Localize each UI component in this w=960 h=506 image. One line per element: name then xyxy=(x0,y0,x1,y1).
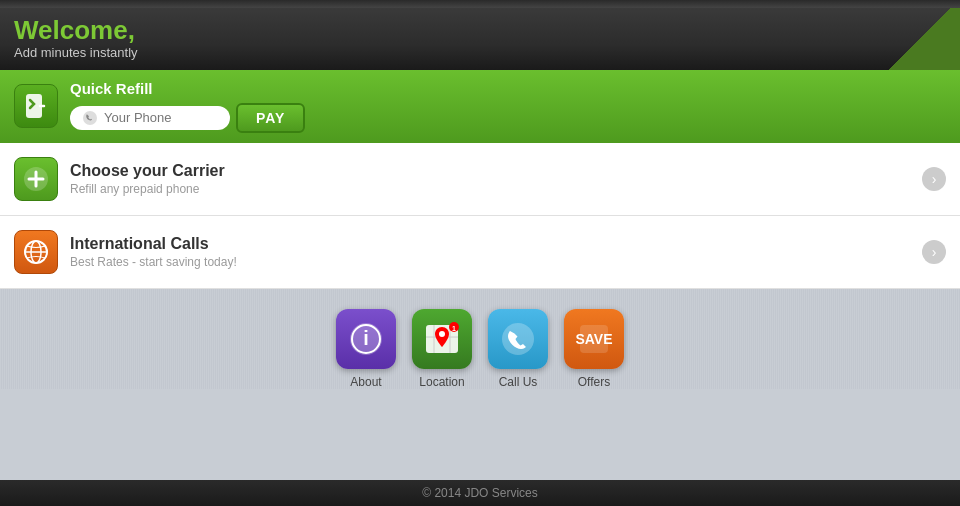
about-svg: i xyxy=(344,317,388,361)
offers-label: Offers xyxy=(578,375,610,389)
welcome-title: Welcome, xyxy=(14,16,946,45)
location-label: Location xyxy=(419,375,464,389)
footer-text: © 2014 JDO Services xyxy=(422,486,538,500)
svg-text:1: 1 xyxy=(452,324,456,331)
refill-label: Quick Refill xyxy=(70,80,305,97)
svg-text:i: i xyxy=(363,327,369,349)
svg-text:SAVE: SAVE xyxy=(575,331,612,347)
international-icon xyxy=(14,230,58,274)
svg-point-12 xyxy=(439,331,445,337)
refill-icon xyxy=(14,84,58,128)
gray-area: i About 1 xyxy=(0,289,960,389)
callus-icon xyxy=(488,309,548,369)
callus-label: Call Us xyxy=(499,375,538,389)
international-chevron: › xyxy=(922,240,946,264)
refill-input-row: PAY xyxy=(70,103,305,133)
icon-row: i About 1 xyxy=(336,309,624,389)
offers-svg: SAVE xyxy=(572,317,616,361)
location-svg: 1 xyxy=(420,317,464,361)
welcome-subtitle: Add minutes instantly xyxy=(14,45,946,60)
callus-svg xyxy=(496,317,540,361)
carrier-title: Choose your Carrier xyxy=(70,162,225,180)
carrier-menu-item[interactable]: Choose your Carrier Refill any prepaid p… xyxy=(0,143,960,216)
globe-icon xyxy=(21,237,51,267)
svg-point-15 xyxy=(502,323,534,355)
plus-icon xyxy=(21,164,51,194)
about-icon: i xyxy=(336,309,396,369)
location-icon-wrapper[interactable]: 1 Location xyxy=(412,309,472,389)
offers-icon: SAVE xyxy=(564,309,624,369)
content-area: Choose your Carrier Refill any prepaid p… xyxy=(0,143,960,289)
header-bar: Welcome, Add minutes instantly xyxy=(0,8,960,70)
international-title: International Calls xyxy=(70,235,237,253)
carrier-subtitle: Refill any prepaid phone xyxy=(70,182,225,196)
carrier-chevron: › xyxy=(922,167,946,191)
location-icon: 1 xyxy=(412,309,472,369)
offers-icon-wrapper[interactable]: SAVE Offers xyxy=(564,309,624,389)
footer: © 2014 JDO Services xyxy=(0,480,960,506)
pay-button[interactable]: PAY xyxy=(236,103,305,133)
international-subtitle: Best Rates - start saving today! xyxy=(70,255,237,269)
callus-icon-wrapper[interactable]: Call Us xyxy=(488,309,548,389)
refill-bar: Quick Refill PAY xyxy=(0,70,960,143)
carrier-icon xyxy=(14,157,58,201)
carrier-text: Choose your Carrier Refill any prepaid p… xyxy=(70,162,225,196)
phone-small-icon xyxy=(82,110,98,126)
refill-content: Quick Refill PAY xyxy=(70,80,305,133)
svg-point-1 xyxy=(83,111,97,125)
phone-input[interactable] xyxy=(104,110,214,125)
about-icon-wrapper[interactable]: i About xyxy=(336,309,396,389)
top-bar xyxy=(0,0,960,8)
international-menu-item[interactable]: International Calls Best Rates - start s… xyxy=(0,216,960,289)
international-text: International Calls Best Rates - start s… xyxy=(70,235,237,269)
refill-input-wrapper xyxy=(70,106,230,130)
about-label: About xyxy=(350,375,381,389)
